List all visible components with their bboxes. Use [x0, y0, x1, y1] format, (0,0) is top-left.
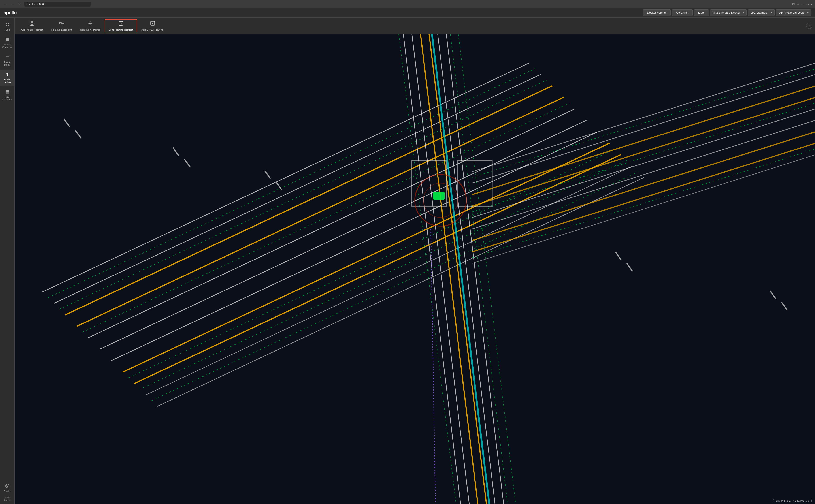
- svg-rect-0: [6, 23, 7, 24]
- data-recorder-icon: [5, 90, 9, 95]
- add-default-routing-button[interactable]: Add Default Routing: [138, 19, 167, 32]
- map-example-select[interactable]: Mkz Example Default: [748, 9, 775, 16]
- browser-actions: ◻ ☆ ⚏ ▭ ●: [792, 2, 812, 6]
- remove-last-icon: [59, 21, 64, 27]
- svg-rect-8: [6, 56, 9, 56]
- svg-rect-13: [6, 92, 9, 93]
- co-driver-button[interactable]: Co-Driver: [672, 9, 693, 16]
- module-controller-label: ModuleController: [2, 43, 12, 49]
- browser-nav-buttons: ← → ↻: [3, 2, 22, 6]
- debug-mode-select[interactable]: Mkz Standard Debug Mkz Standard: [710, 9, 747, 16]
- add-point-of-interest-button[interactable]: Add Point of Interest: [17, 19, 47, 32]
- puzzle-icon: ⚏: [801, 2, 804, 6]
- send-routing-label: Send Routing Request: [109, 28, 133, 31]
- sidebar-item-tasks[interactable]: Tasks: [0, 20, 14, 34]
- mute-button[interactable]: Mute: [694, 9, 709, 16]
- svg-rect-18: [32, 21, 34, 23]
- layer-menu-icon: [5, 55, 9, 60]
- sidebar-item-profile[interactable]: Profile: [0, 481, 14, 495]
- add-default-routing-label: Add Default Routing: [142, 28, 163, 31]
- sidebar-item-module-controller[interactable]: ModuleController: [0, 35, 14, 51]
- tasks-icon: [5, 23, 9, 28]
- svg-rect-1: [8, 23, 9, 24]
- svg-rect-6: [6, 40, 9, 41]
- add-poi-icon: [29, 21, 35, 27]
- svg-rect-7: [6, 39, 6, 39]
- remove-last-point-button[interactable]: Remove Last Point: [48, 19, 76, 32]
- top-nav: apollo Docker Version Co-Driver Mute Mkz…: [0, 8, 815, 18]
- remove-last-label: Remove Last Point: [51, 28, 72, 31]
- map-location-select-wrapper: Sunnyvale Big Loop San Mateo ▼: [776, 9, 811, 16]
- map-area[interactable]: ( 587640.01, 4141469.09 ): [15, 34, 815, 504]
- debug-mode-select-wrapper: Mkz Standard Debug Mkz Standard ▼: [710, 9, 747, 16]
- svg-point-16: [7, 485, 8, 487]
- apollo-logo: apollo: [4, 10, 17, 16]
- svg-rect-12: [6, 91, 9, 92]
- tasks-label: Tasks: [4, 28, 10, 31]
- extensions-icon: ◻: [792, 2, 795, 6]
- svg-rect-14: [6, 93, 9, 94]
- back-button[interactable]: ←: [3, 2, 8, 6]
- help-button[interactable]: ?: [806, 23, 812, 29]
- coordinates-display: ( 587640.01, 4141469.09 ): [772, 499, 812, 502]
- forward-button[interactable]: →: [10, 2, 15, 6]
- toolbar: Add Point of Interest Remove Last Point: [15, 18, 815, 34]
- add-poi-label: Add Point of Interest: [21, 28, 43, 31]
- svg-rect-4: [6, 38, 9, 39]
- svg-rect-2: [6, 25, 7, 26]
- sidebar-item-route-editing[interactable]: RouteEditing: [0, 70, 14, 86]
- remove-all-label: Remove All Points: [80, 28, 100, 31]
- map-example-select-wrapper: Mkz Example Default ▼: [748, 9, 775, 16]
- sidebar: Tasks ModuleController: [0, 18, 15, 504]
- profile-icon: [5, 483, 10, 489]
- svg-rect-17: [30, 21, 32, 23]
- route-editing-label: RouteEditing: [4, 78, 11, 83]
- svg-rect-3: [8, 25, 9, 26]
- remove-all-icon: [87, 21, 93, 27]
- svg-rect-9: [6, 57, 9, 57]
- main-layout: Tasks ModuleController: [0, 18, 815, 504]
- svg-rect-84: [433, 192, 445, 200]
- content-area: Add Point of Interest Remove Last Point: [15, 18, 815, 504]
- remove-all-points-button[interactable]: Remove All Points: [77, 19, 104, 32]
- map-canvas: [15, 34, 815, 504]
- svg-rect-10: [6, 58, 9, 58]
- add-default-routing-icon: [150, 21, 155, 27]
- send-routing-icon: [118, 21, 123, 27]
- layout-icon: ▭: [806, 2, 809, 6]
- send-routing-request-button[interactable]: Send Routing Request: [105, 19, 137, 32]
- docker-version-button[interactable]: Docker Version: [643, 9, 671, 16]
- browser-chrome: ← → ↻ ◻ ☆ ⚏ ▭ ●: [0, 0, 815, 8]
- svg-rect-11: [6, 90, 9, 91]
- sidebar-item-layer-menu[interactable]: LayerMenu: [0, 52, 14, 69]
- svg-rect-19: [30, 24, 32, 26]
- reload-button[interactable]: ↻: [17, 2, 22, 6]
- default-routing-label: DefaultRouting: [2, 496, 12, 502]
- layer-menu-label: LayerMenu: [4, 61, 10, 66]
- svg-marker-15: [5, 484, 9, 488]
- profile-label: Profile: [4, 490, 11, 493]
- bookmark-icon: ☆: [797, 2, 800, 6]
- profile-icon: ●: [811, 2, 812, 6]
- address-bar[interactable]: [24, 2, 90, 7]
- data-recorder-label: DataRecorder: [2, 96, 12, 101]
- sidebar-item-data-recorder[interactable]: DataRecorder: [0, 87, 14, 103]
- app-container: apollo Docker Version Co-Driver Mute Mkz…: [0, 8, 815, 504]
- module-controller-icon: [5, 37, 9, 42]
- map-location-select[interactable]: Sunnyvale Big Loop San Mateo: [776, 9, 811, 16]
- route-editing-icon: [5, 72, 9, 77]
- svg-rect-20: [32, 24, 34, 26]
- svg-rect-32: [15, 34, 815, 504]
